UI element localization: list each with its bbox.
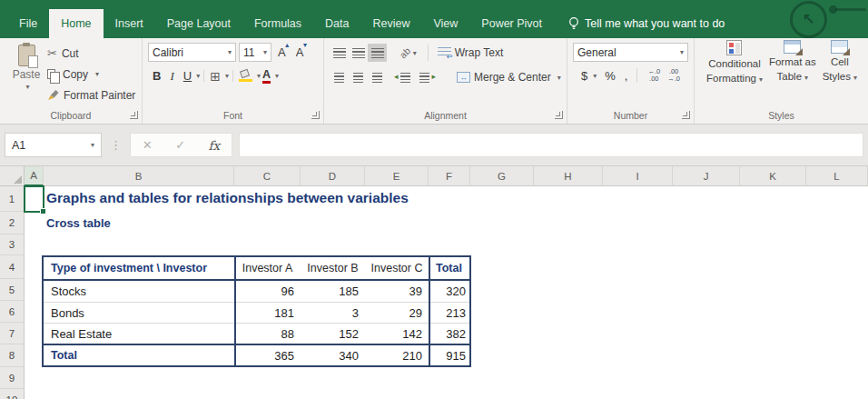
cell-C5[interactable]: 96 [234,284,301,298]
cell-B1-title[interactable]: Graphs and tables for relationships betw… [46,190,409,206]
increase-indent-button[interactable]: ▸ [415,68,434,86]
orientation-button[interactable]: ab ▾ [399,47,417,58]
name-box[interactable]: A1 ▾ [5,133,102,157]
cell-styles-button[interactable]: Cell Styles▾ [823,40,857,106]
row-header-5[interactable]: 5 [0,279,25,301]
format-painter-button[interactable]: Format Painter [47,86,135,104]
cell-C8[interactable]: 365 [234,349,301,363]
cell-E6[interactable]: 29 [365,306,429,320]
bold-button[interactable]: B [148,69,165,83]
column-header-G[interactable]: G [470,166,534,186]
enter-button[interactable]: ✓ [175,138,185,152]
tab-home[interactable]: Home [49,9,103,38]
column-header-I[interactable]: I [603,166,673,186]
number-format-combobox[interactable]: General ▾ [573,43,688,62]
font-color-button[interactable]: A [262,68,271,84]
row-header-6[interactable]: 6 [0,301,25,323]
clipboard-dialog-launcher[interactable] [130,111,138,119]
cut-button[interactable]: ✂ Cut [47,45,135,62]
cell-C4[interactable]: Investor A [234,262,301,274]
tab-file[interactable]: File [7,9,49,38]
column-header-E[interactable]: E [365,166,429,186]
wrap-text-button[interactable]: Wrap Text [438,44,504,62]
cell-E5[interactable]: 39 [365,284,429,298]
increase-font-size-button[interactable]: A▲ [274,45,290,59]
cell-D8[interactable]: 340 [301,349,365,363]
column-header-H[interactable]: H [534,166,603,186]
underline-button[interactable]: U [179,69,193,83]
formula-input[interactable] [239,133,863,157]
cell-F7[interactable]: 382 [429,327,469,341]
tell-me-box[interactable]: Tell me what you want to do [568,9,725,38]
alignment-dialog-launcher[interactable] [555,111,563,119]
cell-B5[interactable]: Stocks [44,284,234,298]
row-header-4[interactable]: 4 [0,255,25,279]
decrease-font-size-button[interactable]: A▼ [292,45,308,59]
column-header-D[interactable]: D [301,166,365,186]
borders-button[interactable]: ⊞ [208,69,222,84]
cancel-button[interactable]: ✕ [143,138,153,152]
tab-review[interactable]: Review [360,9,421,38]
italic-button[interactable]: I [165,69,178,84]
cell-F5[interactable]: 320 [429,284,469,298]
formula-bar-handle[interactable]: ⋮ [110,138,122,152]
currency-format-button[interactable]: $ [578,69,590,83]
insert-function-button[interactable]: fx [209,138,221,153]
tab-formulas[interactable]: Formulas [242,9,313,38]
row-header-8[interactable]: 8 [0,344,25,367]
font-family-combobox[interactable]: Calibri ▾ [148,43,236,62]
cell-C7[interactable]: 88 [234,327,301,341]
row-header-10[interactable]: 10 [0,389,25,399]
cell-F8[interactable]: 915 [429,349,469,363]
cell-E4[interactable]: Investor C [365,262,429,274]
align-center-button[interactable] [349,68,368,86]
row-header-7[interactable]: 7 [0,323,25,344]
fill-color-button[interactable] [239,70,252,82]
column-header-K[interactable]: K [740,166,806,186]
tab-data[interactable]: Data [313,9,360,38]
number-dialog-launcher[interactable] [682,111,690,119]
column-header-L[interactable]: L [806,166,868,186]
font-size-combobox[interactable]: 11 ▾ [239,43,271,62]
column-header-C[interactable]: C [234,166,301,186]
align-bottom-button[interactable] [368,44,387,62]
cell-B8[interactable]: Total [44,349,234,362]
cell-F6[interactable]: 213 [429,306,469,320]
row-header-2[interactable]: 2 [0,212,25,234]
cell-C6[interactable]: 181 [234,306,301,320]
cell-F4[interactable]: Total [429,262,469,274]
cell-D5[interactable]: 185 [301,284,365,298]
cell-B2-subtitle[interactable]: Cross table [46,216,111,230]
align-middle-button[interactable] [349,44,368,62]
merge-center-button[interactable]: ↔ Merge & Center ▾ [457,68,561,86]
comma-format-button[interactable]: , [622,69,631,83]
align-right-button[interactable] [368,68,387,86]
font-dialog-launcher[interactable] [311,111,320,119]
cell-D6[interactable]: 3 [301,306,365,320]
tab-power-pivot[interactable]: Power Pivot [469,9,554,38]
column-header-F[interactable]: F [429,166,470,186]
tab-page-layout[interactable]: Page Layout [155,9,242,38]
tab-insert[interactable]: Insert [104,9,155,38]
align-left-button[interactable] [330,68,349,86]
cell-D4[interactable]: Investor B [301,262,365,274]
row-header-1[interactable]: 1 [0,186,25,212]
row-header-9[interactable]: 9 [0,367,25,389]
cell-D7[interactable]: 152 [301,327,365,341]
cell-B7[interactable]: Real Estate [44,327,234,341]
column-header-A[interactable]: A [25,166,44,186]
percent-format-button[interactable]: % [602,69,618,83]
select-all-corner[interactable] [0,166,25,186]
conditional-formatting-button[interactable]: Conditional Formatting▾ [706,40,763,106]
cell-E8[interactable]: 210 [365,349,429,363]
decrease-indent-button[interactable]: ◂ [396,68,415,86]
cell-B4[interactable]: Type of investment \ Investor [44,262,234,274]
tab-view[interactable]: View [421,9,469,38]
column-header-J[interactable]: J [673,166,740,186]
increase-decimal-button[interactable]: ←.0 .00 [644,68,664,83]
cell-E7[interactable]: 142 [365,327,429,341]
column-header-B[interactable]: B [44,166,234,186]
selected-cell-A1[interactable] [24,185,44,213]
row-header-3[interactable]: 3 [0,234,25,255]
cell-B6[interactable]: Bonds [44,306,234,320]
